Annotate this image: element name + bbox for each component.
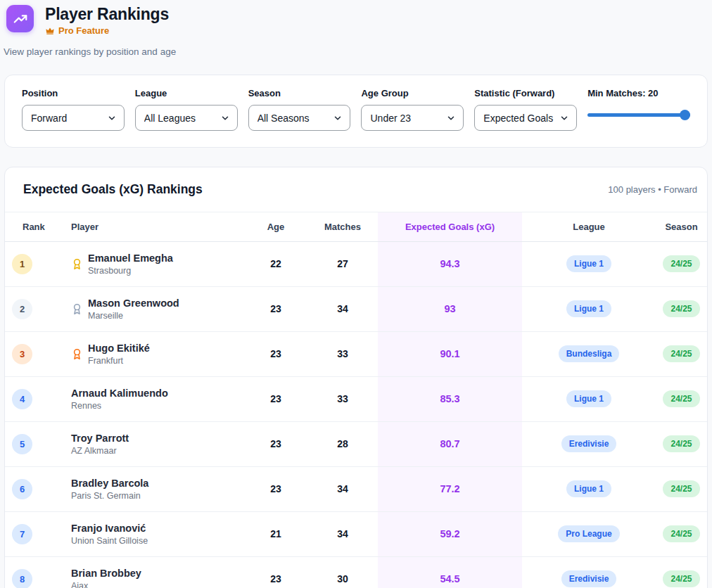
league-badge: Ligue 1 <box>566 390 611 407</box>
medal-icon <box>71 303 83 315</box>
league-label: League <box>135 88 238 98</box>
table-row: 8 Brian Brobbey Ajax 23 30 54.5 Eredivis… <box>5 556 707 588</box>
rank-badge: 8 <box>12 569 32 588</box>
table-row: 1 Emanuel Emegha Strasbourg 22 27 94.3 L… <box>5 241 707 286</box>
chevron-down-icon <box>446 113 456 123</box>
rank-badge: 3 <box>12 344 32 364</box>
season-label: Season <box>248 88 351 98</box>
slider-track <box>587 113 690 117</box>
age-group-select[interactable]: Under 23 <box>361 105 464 131</box>
xg-value: 93 <box>378 286 522 331</box>
player-name: Troy Parrott <box>71 433 129 444</box>
slider-thumb[interactable] <box>680 110 690 120</box>
age-value: 23 <box>244 331 307 376</box>
rankings-card: Expected Goals (xG) Rankings 100 players… <box>4 167 708 588</box>
xg-value: 54.5 <box>378 556 522 588</box>
season-badge: 24/25 <box>663 435 699 452</box>
position-value: Forward <box>31 113 103 124</box>
player-cell: Hugo Ekitiké Frankfurt <box>54 343 244 366</box>
league-select[interactable]: All Leagues <box>135 105 238 131</box>
filter-statistic: Statistic (Forward) Expected Goals (xG) <box>474 88 577 131</box>
rank-badge: 2 <box>12 299 32 319</box>
player-cell: Mason Greenwood Marseille <box>54 298 244 321</box>
xg-value: 77.2 <box>378 466 522 511</box>
age-group-label: Age Group <box>361 88 464 98</box>
xg-value: 90.1 <box>378 331 522 376</box>
page-title: Player Rankings <box>45 5 169 23</box>
xg-value: 94.3 <box>378 241 522 286</box>
player-club: AZ Alkmaar <box>71 446 129 456</box>
age-value: 21 <box>244 511 307 556</box>
season-select[interactable]: All Seasons <box>248 105 351 131</box>
player-cell: Emanuel Emegha Strasbourg <box>54 253 244 276</box>
medal-icon <box>71 258 83 270</box>
season-badge: 24/25 <box>663 300 699 317</box>
xg-value: 59.2 <box>378 511 522 556</box>
rank-badge: 5 <box>12 434 32 454</box>
season-badge: 24/25 <box>663 390 699 407</box>
player-club: Rennes <box>71 401 168 411</box>
age-value: 22 <box>244 241 307 286</box>
rank-badge: 6 <box>12 479 32 499</box>
player-name: Brian Brobbey <box>71 568 141 579</box>
min-matches-slider[interactable] <box>587 110 690 120</box>
min-matches-label: Min Matches: 20 <box>587 88 690 98</box>
column-header-matches: Matches <box>307 212 378 241</box>
league-badge: Bundesliga <box>559 345 620 362</box>
table-row: 3 Hugo Ekitiké Frankfurt 23 33 90.1 Bund… <box>5 331 707 376</box>
matches-value: 34 <box>307 286 378 331</box>
page-header: Player Rankings Pro Feature View player … <box>0 0 712 57</box>
matches-value: 34 <box>307 466 378 511</box>
age-group-value: Under 23 <box>370 113 442 124</box>
medal-icon <box>71 348 83 360</box>
pro-feature-badge: Pro Feature <box>45 25 169 36</box>
matches-value: 27 <box>307 241 378 286</box>
statistic-label: Statistic (Forward) <box>474 88 577 98</box>
player-cell: Brian Brobbey Ajax <box>54 568 244 588</box>
matches-value: 33 <box>307 331 378 376</box>
age-value: 23 <box>244 556 307 588</box>
player-cell: Troy Parrott AZ Alkmaar <box>54 433 244 456</box>
age-value: 23 <box>244 421 307 466</box>
player-name: Emanuel Emegha <box>88 253 173 264</box>
matches-value: 33 <box>307 376 378 421</box>
league-badge: Ligue 1 <box>566 480 611 497</box>
chevron-down-icon <box>559 113 569 123</box>
league-badge: Eredivisie <box>561 570 617 587</box>
table-row: 7 Franjo Ivanović Union Saint Gilloise 2… <box>5 511 707 556</box>
league-badge: Ligue 1 <box>566 300 611 317</box>
season-badge: 24/25 <box>663 255 699 272</box>
season-badge: 24/25 <box>663 345 699 362</box>
filter-league: League All Leagues <box>135 88 238 131</box>
player-name: Arnaud Kalimuendo <box>71 388 168 399</box>
filter-season: Season All Seasons <box>248 88 351 131</box>
chevron-down-icon <box>220 113 230 123</box>
season-badge: 24/25 <box>663 480 699 497</box>
player-club: Frankfurt <box>88 356 150 366</box>
crown-icon <box>45 26 55 35</box>
rankings-table-body: 1 Emanuel Emegha Strasbourg 22 27 94.3 L… <box>5 241 707 588</box>
statistic-value: Expected Goals (xG) <box>483 113 555 124</box>
age-value: 23 <box>244 466 307 511</box>
player-name: Franjo Ivanović <box>71 523 148 534</box>
statistic-select[interactable]: Expected Goals (xG) <box>474 105 577 131</box>
season-badge: 24/25 <box>663 570 699 587</box>
column-header-xg: Expected Goals (xG) <box>378 212 522 241</box>
chevron-down-icon <box>333 113 343 123</box>
rankings-card-header: Expected Goals (xG) Rankings 100 players… <box>5 167 707 212</box>
player-cell: Bradley Barcola Paris St. Germain <box>54 478 244 501</box>
league-value: All Leagues <box>144 113 216 124</box>
player-name: Bradley Barcola <box>71 478 148 489</box>
age-value: 23 <box>244 376 307 421</box>
season-value: All Seasons <box>258 113 329 124</box>
column-header-player: Player <box>54 212 244 241</box>
matches-value: 28 <box>307 421 378 466</box>
player-club: Paris St. Germain <box>71 491 148 501</box>
chevron-down-icon <box>107 113 117 123</box>
player-cell: Franjo Ivanović Union Saint Gilloise <box>54 523 244 546</box>
rank-badge: 1 <box>12 254 32 274</box>
position-select[interactable]: Forward <box>22 105 125 131</box>
column-header-season: Season <box>656 212 707 241</box>
column-header-rank: Rank <box>5 212 54 241</box>
table-row: 2 Mason Greenwood Marseille 23 34 93 Lig… <box>5 286 707 331</box>
